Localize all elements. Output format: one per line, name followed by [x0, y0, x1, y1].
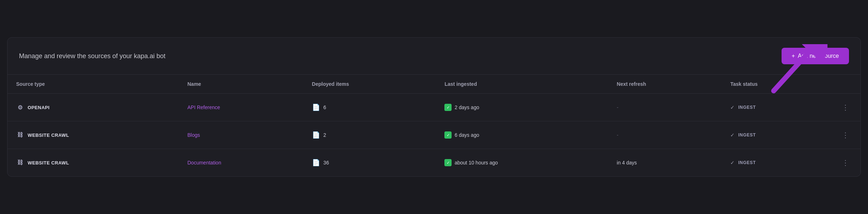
source-type-label: WEBSITE CRAWL — [28, 160, 69, 166]
source-type-icon: ⛓ — [16, 159, 24, 167]
cell-name: Blogs — [179, 121, 303, 149]
sources-panel: Manage and review the sources of your ka… — [7, 37, 861, 177]
source-name-link[interactable]: Documentation — [188, 160, 221, 166]
next-refresh-text: - — [617, 104, 619, 110]
source-type-label: WEBSITE CRAWL — [28, 132, 69, 138]
add-button-area: + Add new source — [782, 48, 849, 64]
task-check-icon: ✓ — [730, 132, 735, 138]
col-name: Name — [179, 75, 303, 94]
cell-deployed-items: 📄 36 — [303, 149, 436, 177]
add-button-label: Add new source — [798, 53, 839, 59]
panel-header: Manage and review the sources of your ka… — [8, 38, 860, 75]
ingested-check-icon: ✓ — [444, 131, 452, 139]
document-icon: 📄 — [312, 131, 320, 139]
cell-next-refresh: - — [608, 94, 722, 121]
panel-title: Manage and review the sources of your ka… — [19, 52, 165, 60]
header-row: Source type Name Deployed items Last ing… — [8, 75, 860, 94]
task-check-icon: ✓ — [730, 104, 735, 110]
task-check-icon: ✓ — [730, 160, 735, 166]
col-last-ingested: Last ingested — [436, 75, 608, 94]
cell-actions: ⋮ — [830, 149, 860, 177]
row-more-button[interactable]: ⋮ — [839, 157, 852, 168]
cell-deployed-items: 📄 2 — [303, 121, 436, 149]
source-type-icon: ⚙ — [16, 103, 24, 111]
source-name-link[interactable]: API Reference — [188, 104, 220, 110]
table-header: Source type Name Deployed items Last ing… — [8, 75, 860, 94]
ingested-check-icon: ✓ — [444, 104, 452, 111]
table-row: ⚙ OPENAPI API Reference 📄 6 ✓ 2 days ago… — [8, 94, 860, 121]
cell-last-ingested: ✓ about 10 hours ago — [436, 149, 608, 177]
source-type-icon: ⛓ — [16, 131, 24, 139]
cell-task-status: ✓ INGEST — [722, 121, 830, 149]
task-status-label: INGEST — [738, 160, 756, 165]
deployed-count: 6 — [324, 104, 326, 110]
cell-last-ingested: ✓ 2 days ago — [436, 94, 608, 121]
document-icon: 📄 — [312, 103, 320, 111]
last-ingested-text: 6 days ago — [454, 132, 479, 138]
source-name-link[interactable]: Blogs — [188, 132, 200, 138]
plus-icon: + — [792, 53, 795, 59]
table-row: ⛓ WEBSITE CRAWL Documentation 📄 36 ✓ abo… — [8, 149, 860, 177]
col-next-refresh: Next refresh — [608, 75, 722, 94]
sources-table: Source type Name Deployed items Last ing… — [8, 75, 860, 176]
cell-actions: ⋮ — [830, 94, 860, 121]
cell-source-type: ⚙ OPENAPI — [8, 94, 179, 121]
cell-source-type: ⛓ WEBSITE CRAWL — [8, 121, 179, 149]
row-more-button[interactable]: ⋮ — [839, 102, 852, 113]
col-task-status: Task status — [722, 75, 830, 94]
cell-deployed-items: 📄 6 — [303, 94, 436, 121]
source-type-label: OPENAPI — [28, 105, 49, 110]
task-status-label: INGEST — [738, 105, 756, 110]
row-more-button[interactable]: ⋮ — [839, 129, 852, 141]
ingested-check-icon: ✓ — [444, 159, 452, 166]
cell-last-ingested: ✓ 6 days ago — [436, 121, 608, 149]
task-status-label: INGEST — [738, 132, 756, 138]
deployed-count: 2 — [324, 132, 326, 138]
cell-actions: ⋮ — [830, 121, 860, 149]
next-refresh-text: - — [617, 132, 619, 138]
deployed-count: 36 — [324, 160, 329, 166]
table-body: ⚙ OPENAPI API Reference 📄 6 ✓ 2 days ago… — [8, 94, 860, 177]
col-actions — [830, 75, 860, 94]
col-source-type: Source type — [8, 75, 179, 94]
cell-next-refresh: in 4 days — [608, 149, 722, 177]
cell-task-status: ✓ INGEST — [722, 94, 830, 121]
last-ingested-text: 2 days ago — [454, 104, 479, 110]
last-ingested-text: about 10 hours ago — [454, 160, 498, 166]
document-icon: 📄 — [312, 159, 320, 167]
cell-name: API Reference — [179, 94, 303, 121]
cell-source-type: ⛓ WEBSITE CRAWL — [8, 149, 179, 177]
table-row: ⛓ WEBSITE CRAWL Blogs 📄 2 ✓ 6 days ago -… — [8, 121, 860, 149]
add-new-source-button[interactable]: + Add new source — [782, 48, 849, 64]
cell-next-refresh: - — [608, 121, 722, 149]
cell-task-status: ✓ INGEST — [722, 149, 830, 177]
col-deployed-items: Deployed items — [303, 75, 436, 94]
cell-name: Documentation — [179, 149, 303, 177]
next-refresh-text: in 4 days — [617, 160, 637, 166]
